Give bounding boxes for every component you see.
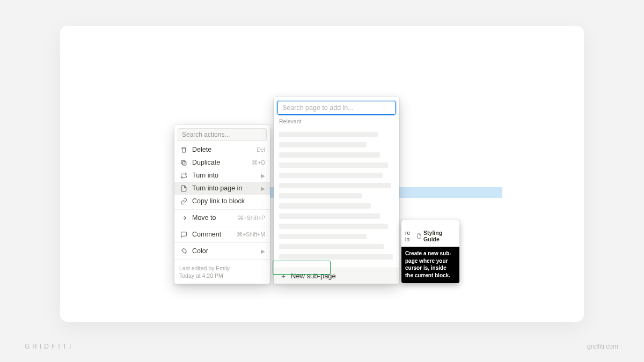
move-to-icon xyxy=(179,213,188,222)
menu-footer-info: Last edited by Emily Today at 4:20 PM xyxy=(174,261,270,284)
list-item[interactable] xyxy=(279,173,383,178)
menu-item-duplicate[interactable]: Duplicate ⌘+D xyxy=(174,156,270,169)
menu-item-move-to[interactable]: Move to ⌘+Shift+P xyxy=(174,211,270,224)
menu-item-shortcut: ⌘+Shift+P xyxy=(238,215,265,221)
link-icon xyxy=(179,197,188,205)
menu-divider xyxy=(174,242,270,243)
tooltip-prefix: re in xyxy=(405,230,415,242)
menu-item-label: Duplicate xyxy=(192,159,248,166)
tooltip-header: re in Styling Guide xyxy=(401,220,459,247)
menu-item-shortcut: ⌘+D xyxy=(252,159,265,166)
relevant-section-label: Relevant xyxy=(274,117,399,127)
menu-item-shortcut: ⌘+Shift+M xyxy=(237,231,265,238)
duplicate-icon xyxy=(179,158,188,167)
svg-point-2 xyxy=(185,252,186,253)
menu-divider xyxy=(174,226,270,226)
svg-rect-1 xyxy=(181,160,185,164)
menu-item-copy-link[interactable]: Copy link to block xyxy=(174,195,270,208)
turn-into-icon xyxy=(179,171,188,180)
list-item[interactable] xyxy=(279,213,380,219)
menu-item-turn-into[interactable]: Turn into ▶ xyxy=(174,169,270,182)
chevron-right-icon: ▶ xyxy=(261,173,265,179)
list-item[interactable] xyxy=(279,193,362,198)
search-actions-input[interactable]: Search actions... xyxy=(178,128,267,141)
list-item[interactable] xyxy=(279,152,380,158)
list-item[interactable] xyxy=(279,132,378,137)
turn-into-page-popover: Relevant + New sub-page xyxy=(274,97,399,284)
new-sub-page-tooltip: re in Styling Guide Create a new sub-pag… xyxy=(401,220,459,283)
app-card: Search actions... Delete Del Duplicate ⌘… xyxy=(60,26,584,322)
tooltip-body: Create a new sub-page where your cursor … xyxy=(401,247,459,283)
menu-item-label: Comment xyxy=(192,231,233,238)
menu-item-label: Turn into xyxy=(192,172,258,179)
menu-item-label: Copy link to block xyxy=(192,197,265,205)
comment-icon xyxy=(179,230,188,239)
page-icon xyxy=(179,184,188,193)
trash-icon xyxy=(179,145,188,154)
menu-item-label: Move to xyxy=(192,214,235,221)
block-actions-menu: Search actions... Delete Del Duplicate ⌘… xyxy=(174,125,270,284)
plus-icon: + xyxy=(279,272,288,280)
menu-item-label: Turn into page in xyxy=(192,184,258,192)
list-item[interactable] xyxy=(279,162,388,168)
menu-item-comment[interactable]: Comment ⌘+Shift+M xyxy=(174,228,270,241)
menu-item-color[interactable]: Color ▶ xyxy=(174,245,270,257)
page-search-input[interactable] xyxy=(277,101,396,115)
last-edited-time: Today at 4:20 PM xyxy=(179,272,265,279)
new-sub-page-label: New sub-page xyxy=(291,272,336,280)
list-item[interactable] xyxy=(279,183,391,188)
list-item[interactable] xyxy=(279,234,367,239)
color-icon xyxy=(179,247,188,255)
list-item[interactable] xyxy=(279,254,393,260)
chevron-right-icon: ▶ xyxy=(261,186,265,191)
svg-rect-0 xyxy=(182,161,186,165)
new-sub-page-button[interactable]: + New sub-page xyxy=(274,268,399,284)
watermark-url: gridfiti.com xyxy=(587,343,618,350)
chevron-right-icon: ▶ xyxy=(261,248,265,254)
page-icon xyxy=(416,233,422,239)
menu-item-label: Color xyxy=(192,247,258,255)
last-edited-by: Last edited by Emily xyxy=(179,264,265,272)
list-item[interactable] xyxy=(279,203,371,209)
tooltip-page-name: Styling Guide xyxy=(423,230,456,242)
menu-item-shortcut: Del xyxy=(257,146,265,153)
list-item[interactable] xyxy=(279,224,388,229)
watermark-brand: GRIDFITI xyxy=(25,343,74,350)
list-item[interactable] xyxy=(279,244,384,249)
menu-divider xyxy=(174,259,270,260)
menu-item-label: Delete xyxy=(192,146,253,153)
menu-item-turn-into-page-in[interactable]: Turn into page in ▶ xyxy=(174,182,270,195)
relevant-pages-list xyxy=(274,132,399,268)
list-item[interactable] xyxy=(279,142,367,147)
menu-divider xyxy=(174,209,270,210)
menu-item-delete[interactable]: Delete Del xyxy=(174,143,270,156)
